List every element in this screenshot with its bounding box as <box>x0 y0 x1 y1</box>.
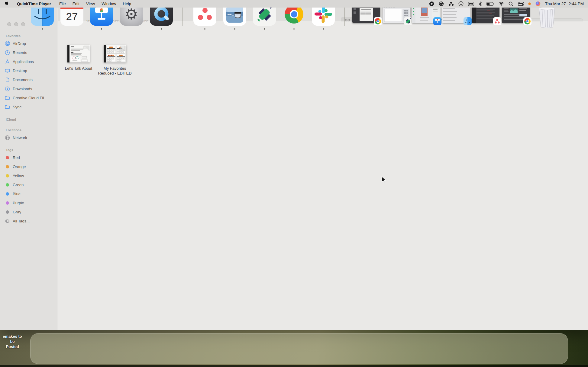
sidebar-item-documents[interactable]: Documents <box>4 76 54 84</box>
apple-menu[interactable] <box>0 2 14 6</box>
sidebar-section-icloud: iCloud <box>6 118 16 121</box>
sidebar-tag-yellow[interactable]: Yellow <box>4 172 54 180</box>
sidebar-item-applications[interactable]: Applications <box>4 58 54 65</box>
finder-badge-icon <box>464 17 472 25</box>
sidebar-item-recents[interactable]: Recents <box>4 49 54 56</box>
spotlight-icon[interactable] <box>509 2 513 6</box>
bluetooth-icon[interactable] <box>479 2 482 6</box>
sidebar-tag-purple[interactable]: Purple <box>4 199 54 207</box>
sidebar-item-label: Creative Cloud Fil... <box>13 96 47 100</box>
running-indicator <box>234 28 235 30</box>
grammarly-icon[interactable] <box>439 1 444 6</box>
pin-app-badge-icon <box>404 17 412 25</box>
tag-dot-gray <box>4 210 11 214</box>
minimize-button[interactable] <box>14 22 18 26</box>
tag-dot-blue <box>4 192 11 196</box>
sidebar-item-airdrop[interactable]: AirDrop <box>4 40 54 47</box>
sidebar-item-creative-cloud[interactable]: Creative Cloud Fil... <box>4 94 54 102</box>
desktop-file-label[interactable]: emakes to be Posted <box>0 334 25 349</box>
downloads-icon <box>4 86 11 91</box>
app-circle-icon[interactable] <box>458 1 464 6</box>
sidebar-item-label: Applications <box>13 59 34 64</box>
running-indicator <box>161 28 162 30</box>
tag-dot-yellow <box>4 174 11 177</box>
finder-sidebar: Favorites AirDrop Recents <box>0 8 57 330</box>
folder-icon <box>4 104 11 110</box>
sidebar-section-tags: Tags <box>6 148 13 152</box>
mouse-cursor <box>381 176 386 183</box>
document-icon <box>4 77 11 82</box>
sidebar-item-label: Sync <box>13 105 21 109</box>
pdf-thumbnail <box>104 45 126 62</box>
sidebar-item-network[interactable]: Network <box>4 134 54 142</box>
sidebar-item-label: All Tags... <box>13 219 30 223</box>
running-indicator <box>323 28 324 30</box>
keyboard-icon[interactable] <box>468 2 474 6</box>
close-button[interactable] <box>7 22 11 26</box>
tag-label: Orange <box>13 164 26 169</box>
file-name: My Favorites Reduced - EDITED <box>97 66 133 76</box>
chrome-badge-icon <box>523 17 531 25</box>
globe-icon <box>4 135 11 140</box>
file-name: Let's Talk About <box>60 66 97 71</box>
chrome-badge-icon <box>374 17 382 25</box>
running-indicator <box>101 28 102 30</box>
desktop: Favorites AirDrop Recents <box>0 0 588 367</box>
tag-label: Yellow <box>13 174 24 178</box>
file-my-favorites[interactable]: My Favorites Reduced - EDITED <box>97 44 133 76</box>
asana-icon[interactable] <box>448 2 454 6</box>
active-app-menu[interactable]: QuickTime Player <box>14 2 54 6</box>
sidebar-item-label: Desktop <box>13 69 27 73</box>
siri-icon[interactable] <box>535 1 541 6</box>
running-indicator <box>293 28 295 30</box>
menu-window[interactable]: Window <box>98 2 119 6</box>
tag-label: Purple <box>13 201 24 205</box>
sidebar-item-label: Downloads <box>13 87 32 91</box>
clock-icon <box>4 50 11 55</box>
running-indicator <box>264 28 265 30</box>
calendar-day: 27 <box>60 9 83 24</box>
menu-file[interactable]: File <box>56 2 69 6</box>
menu-bar-clock[interactable]: Thu Mar 27 2:44 PM <box>545 2 584 6</box>
sidebar-item-all-tags[interactable]: All Tags... <box>4 217 54 225</box>
desktop-icon <box>4 68 11 73</box>
tag-dot-orange <box>4 165 11 168</box>
sidebar-tag-green[interactable]: Green <box>4 181 54 189</box>
menu-edit[interactable]: Edit <box>69 2 83 6</box>
menu-bar: QuickTime Player File Edit View Window H… <box>0 0 588 8</box>
battery-icon[interactable] <box>486 2 494 6</box>
sidebar-tag-gray[interactable]: Gray <box>4 208 54 216</box>
menu-view[interactable]: View <box>83 2 98 6</box>
running-indicator <box>204 28 205 30</box>
stop-recording-icon[interactable] <box>429 1 434 6</box>
airdrop-icon <box>4 41 11 46</box>
tag-label: Blue <box>13 192 21 196</box>
sidebar-item-label: Network <box>13 136 27 140</box>
folder-icon <box>4 95 11 101</box>
tag-dot-green <box>4 183 11 187</box>
tag-dot-purple <box>4 201 11 205</box>
asana-badge-icon <box>493 17 501 25</box>
file-grid[interactable]: Let's Talk About <box>58 21 588 330</box>
sidebar-section-locations: Locations <box>6 128 21 132</box>
pdf-thumbnail <box>67 45 90 62</box>
wifi-icon[interactable] <box>499 2 504 6</box>
tag-label: Gray <box>13 210 21 214</box>
sidebar-tag-orange[interactable]: Orange <box>4 163 54 171</box>
applications-icon <box>4 59 11 64</box>
sidebar-item-desktop[interactable]: Desktop <box>4 67 54 75</box>
zoom-button[interactable] <box>21 22 25 26</box>
sidebar-section-favorites: Favorites <box>6 34 21 38</box>
control-center-icon[interactable] <box>518 2 524 6</box>
sidebar-item-downloads[interactable]: Downloads <box>4 85 54 93</box>
keynote-badge-icon <box>433 17 441 25</box>
sidebar-item-label: Recents <box>13 50 27 55</box>
menu-help[interactable]: Help <box>119 2 134 6</box>
sidebar-tag-blue[interactable]: Blue <box>4 190 54 198</box>
finder-window: Favorites AirDrop Recents <box>0 8 588 330</box>
file-lets-talk-about[interactable]: Let's Talk About <box>60 44 97 71</box>
dock <box>30 333 568 364</box>
time-text: 2:44 PM <box>569 2 584 6</box>
sidebar-tag-red[interactable]: Red <box>4 154 54 161</box>
sidebar-item-sync[interactable]: Sync <box>4 103 54 111</box>
